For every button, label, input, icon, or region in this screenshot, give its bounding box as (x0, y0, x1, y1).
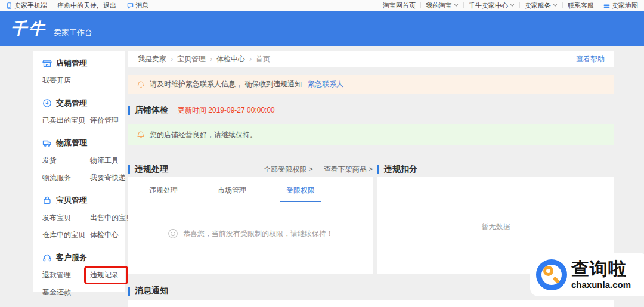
seller-mobile-label: 卖家手机端 (14, 1, 47, 10)
divider (519, 2, 520, 8)
sidebar-section-goods: 宝贝管理 发布宝贝 出售中的宝贝 仓库中的宝贝 体检中心 (42, 195, 116, 240)
deduction-section-title: 违规扣分 (377, 164, 417, 175)
storefront-icon (42, 58, 52, 68)
sidebar-item-fund-repayment[interactable]: 基金还款 (42, 287, 82, 297)
sidebar-section-trade: 交易管理 已卖出的宝贝 评价管理 (42, 98, 116, 126)
message-link[interactable]: 消息 (127, 1, 148, 10)
breadcrumb-item-goods-mgmt[interactable]: 宝贝管理 (177, 54, 206, 64)
seller-service-label: 卖家服务 (525, 1, 551, 10)
sidebar-item-items-on-sale[interactable]: 出售中的宝贝 (90, 213, 133, 223)
tab-market-mgmt[interactable]: 市场管理 (212, 185, 252, 202)
sidebar-item-logistics-tools[interactable]: 物流工具 (90, 156, 126, 166)
taobao-home-link[interactable]: 淘宝网首页 (383, 1, 416, 10)
contact-support-link[interactable]: 联系客服 (568, 1, 594, 10)
magnifier-icon (536, 259, 567, 290)
deduction-empty-text: 暂无数据 (377, 222, 614, 232)
qianniu-seller-workbench: 卖家手机端 痊愈中的天使, 退出 消息 淘宝网首页 我的淘宝 千牛卖家中心 (0, 0, 644, 307)
sidebar-item-violation-records-wrap: 违规记录 (90, 270, 119, 280)
sidebar-section-logistics: 物流管理 发货 物流工具 物流服务 我要寄快递 (42, 138, 116, 183)
sidebar-title-customer: 客户服务 (42, 252, 116, 263)
sidebar-item-refund-mgmt[interactable]: 退款管理 (42, 270, 82, 280)
my-taobao-label: 我的淘宝 (426, 1, 452, 10)
phone-icon (6, 2, 13, 9)
sidebar-item-publish-item[interactable]: 发布宝贝 (42, 213, 82, 223)
sidebar-title-label: 客户服务 (56, 252, 87, 263)
sidebar-item-ship[interactable]: 发货 (42, 156, 82, 166)
breadcrumb-item-seller[interactable]: 我是卖家 (138, 54, 166, 64)
sidebar-title-goods: 宝贝管理 (42, 195, 116, 206)
username-text: 痊愈中的天使, (57, 1, 98, 10)
sidebar-item-health-center[interactable]: 体检中心 (90, 230, 133, 240)
sidebar-item-logistics-service[interactable]: 物流服务 (42, 173, 82, 183)
qianniu-center-label: 千牛卖家中心 (469, 1, 508, 10)
seller-mobile-link[interactable]: 卖家手机端 (6, 1, 47, 10)
divider (562, 2, 563, 8)
breadcrumb-item-health-center[interactable]: 体检中心 (216, 54, 245, 64)
divider (420, 2, 421, 8)
violation-empty-state: 恭喜您，当前没有受限制的权限，请继续保持！ (128, 228, 373, 239)
handbag-icon (42, 196, 52, 205)
magnifier-handle (553, 277, 561, 284)
view-help-link[interactable]: 查看帮助 (576, 54, 605, 64)
bell-icon (137, 80, 145, 89)
emergency-contact-link[interactable]: 紧急联系人 (308, 79, 343, 89)
workbench-subtitle: 卖家工作台 (54, 27, 92, 38)
topbar-right: 淘宝网首页 我的淘宝 千牛卖家中心 卖家服务 联系客服 卖家地图 (383, 0, 638, 11)
top-utility-bar: 卖家手机端 痊愈中的天使, 退出 消息 淘宝网首页 我的淘宝 千牛卖家中心 (0, 0, 644, 11)
violation-section-header: 违规处理 全部受限权限 > 查看下架商品 > (128, 164, 373, 175)
sidebar-title-label: 店铺管理 (56, 58, 87, 69)
bell-icon (137, 131, 145, 139)
sidebar-title-trade: 交易管理 (42, 98, 116, 108)
my-taobao-menu[interactable]: 我的淘宝 (426, 1, 459, 10)
shop-status-notice: 您的店铺经营良好，请继续保持。 (128, 124, 614, 145)
seller-map-label: 卖家地图 (612, 1, 638, 10)
messages-title: 消息通知 (135, 286, 168, 296)
message-label: 消息 (135, 1, 148, 10)
sidebar-section-shop: 店铺管理 我要开店 (42, 58, 116, 86)
seller-service-menu[interactable]: 卖家服务 (525, 1, 558, 10)
watermark-domain: chaxunla.com (571, 280, 631, 290)
qianniu-center-menu[interactable]: 千牛卖家中心 (469, 1, 515, 10)
topbar-left: 卖家手机端 痊愈中的天使, 退出 消息 (6, 0, 148, 11)
sidebar-items-logistics: 发货 物流工具 物流服务 我要寄快递 (42, 156, 116, 183)
chevron-down-icon (510, 3, 515, 8)
sidebar-title-label: 物流管理 (56, 138, 87, 148)
sidebar-title-shop: 店铺管理 (42, 58, 116, 69)
breadcrumb-separator: › (210, 55, 212, 63)
sidebar-title-logistics: 物流管理 (42, 138, 116, 148)
qianniu-logo[interactable]: 千牛 (11, 18, 47, 39)
chaxunla-watermark: 查询啦 chaxunla.com (530, 253, 644, 296)
divider (52, 2, 52, 8)
hamburger-icon (603, 2, 610, 9)
shop-check-section-title: 店铺体检 更新时间 2019-09-27 00:00:00 (128, 105, 275, 116)
truck-icon (42, 138, 52, 148)
all-restricted-permissions-link[interactable]: 全部受限权限 > (264, 165, 312, 175)
accent-bar (128, 287, 130, 296)
seller-map-link[interactable]: 卖家地图 (603, 1, 638, 10)
sidebar-item-send-express[interactable]: 我要寄快递 (90, 173, 126, 183)
tab-restricted-permissions[interactable]: 受限权限 (280, 185, 321, 202)
sidebar-item-review-mgmt[interactable]: 评价管理 (90, 116, 119, 126)
view-offshelf-items-link[interactable]: 查看下架商品 > (324, 165, 373, 175)
alert-text: 请及时维护紧急联系人信息， 确保收到违规通知 (150, 79, 302, 89)
logout-link[interactable]: 退出 (103, 1, 116, 10)
sidebar-item-violation-records[interactable]: 违规记录 (90, 271, 119, 279)
sidebar-item-sold-items[interactable]: 已卖出的宝贝 (42, 116, 82, 126)
tab-violation-handling[interactable]: 违规处理 (143, 185, 184, 202)
sidebar-title-label: 交易管理 (56, 98, 87, 108)
shop-check-title: 店铺体检 (135, 105, 168, 116)
update-time: 更新时间 2019-09-27 00:00:00 (178, 106, 275, 116)
circle-arrow-icon (42, 98, 52, 108)
shop-status-text: 您的店铺经营良好，请继续保持。 (150, 130, 257, 140)
sidebar-items-goods: 发布宝贝 出售中的宝贝 仓库中的宝贝 体检中心 (42, 213, 116, 240)
sidebar-item-items-in-stock[interactable]: 仓库中的宝贝 (42, 230, 82, 240)
sidebar-nav: 店铺管理 我要开店 交易管理 已卖出的宝贝 评价管理 物流管理 发货 (33, 51, 125, 292)
emergency-contact-alert: 请及时维护紧急联系人信息， 确保收到违规通知 紧急联系人 (128, 75, 614, 94)
accent-bar (128, 106, 130, 115)
chevron-down-icon (454, 3, 459, 8)
chat-bubble-icon (127, 2, 134, 9)
messages-panel (128, 300, 614, 307)
sidebar-item-open-shop[interactable]: 我要开店 (42, 76, 82, 86)
breadcrumb-separator: › (171, 55, 173, 63)
breadcrumb-separator: › (249, 55, 252, 63)
